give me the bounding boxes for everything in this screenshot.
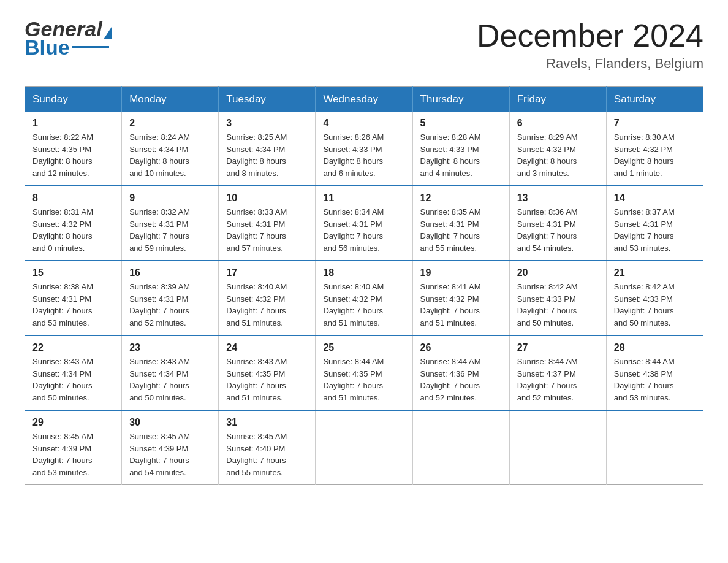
calendar-table: SundayMondayTuesdayWednesdayThursdayFrid… xyxy=(25,86,703,485)
day-info: Sunrise: 8:40 AMSunset: 4:32 PMDaylight:… xyxy=(226,282,287,327)
day-number: 26 xyxy=(420,342,502,353)
day-info: Sunrise: 8:41 AMSunset: 4:32 PMDaylight:… xyxy=(420,282,481,327)
day-info: Sunrise: 8:33 AMSunset: 4:31 PMDaylight:… xyxy=(226,207,287,253)
day-number: 24 xyxy=(226,342,308,353)
day-info: Sunrise: 8:44 AMSunset: 4:38 PMDaylight:… xyxy=(614,357,675,402)
day-info: Sunrise: 8:43 AMSunset: 4:34 PMDaylight:… xyxy=(129,357,190,402)
day-header-sunday: Sunday xyxy=(25,87,122,112)
day-info: Sunrise: 8:43 AMSunset: 4:34 PMDaylight:… xyxy=(32,357,93,402)
day-cell xyxy=(509,410,606,485)
day-number: 28 xyxy=(614,342,696,353)
day-cell: 23 Sunrise: 8:43 AMSunset: 4:34 PMDaylig… xyxy=(122,335,219,410)
day-cell: 25 Sunrise: 8:44 AMSunset: 4:35 PMDaylig… xyxy=(316,335,412,410)
day-header-monday: Monday xyxy=(122,87,219,112)
day-header-saturday: Saturday xyxy=(606,87,703,112)
day-header-friday: Friday xyxy=(509,87,606,112)
day-cell: 16 Sunrise: 8:39 AMSunset: 4:31 PMDaylig… xyxy=(122,261,219,335)
day-number: 20 xyxy=(517,267,599,278)
day-number: 22 xyxy=(32,342,114,353)
day-info: Sunrise: 8:37 AMSunset: 4:31 PMDaylight:… xyxy=(614,207,675,253)
day-info: Sunrise: 8:45 AMSunset: 4:39 PMDaylight:… xyxy=(129,432,190,477)
day-number: 25 xyxy=(323,342,404,353)
day-header-wednesday: Wednesday xyxy=(316,87,412,112)
day-info: Sunrise: 8:45 AMSunset: 4:40 PMDaylight:… xyxy=(226,432,287,477)
day-cell: 20 Sunrise: 8:42 AMSunset: 4:33 PMDaylig… xyxy=(509,261,606,335)
day-cell: 19 Sunrise: 8:41 AMSunset: 4:32 PMDaylig… xyxy=(412,261,509,335)
day-cell: 4 Sunrise: 8:26 AMSunset: 4:33 PMDayligh… xyxy=(316,112,412,186)
day-cell: 17 Sunrise: 8:40 AMSunset: 4:32 PMDaylig… xyxy=(219,261,316,335)
day-number: 14 xyxy=(614,193,696,204)
location-title: Ravels, Flanders, Belgium xyxy=(477,56,703,72)
title-area: December 2024 Ravels, Flanders, Belgium xyxy=(477,18,703,72)
day-number: 2 xyxy=(129,118,211,129)
day-cell xyxy=(606,410,703,485)
day-cell: 28 Sunrise: 8:44 AMSunset: 4:38 PMDaylig… xyxy=(606,335,703,410)
day-info: Sunrise: 8:45 AMSunset: 4:39 PMDaylight:… xyxy=(32,432,93,477)
day-cell: 13 Sunrise: 8:36 AMSunset: 4:31 PMDaylig… xyxy=(509,186,606,261)
day-number: 31 xyxy=(226,417,308,428)
week-row-3: 15 Sunrise: 8:38 AMSunset: 4:31 PMDaylig… xyxy=(25,261,703,335)
logo-blue-text: Blue xyxy=(25,37,70,58)
day-cell: 18 Sunrise: 8:40 AMSunset: 4:32 PMDaylig… xyxy=(316,261,412,335)
day-info: Sunrise: 8:28 AMSunset: 4:33 PMDaylight:… xyxy=(420,132,481,178)
week-row-5: 29 Sunrise: 8:45 AMSunset: 4:39 PMDaylig… xyxy=(25,410,703,485)
day-number: 10 xyxy=(226,193,308,204)
day-info: Sunrise: 8:31 AMSunset: 4:32 PMDaylight:… xyxy=(32,207,93,253)
day-info: Sunrise: 8:30 AMSunset: 4:32 PMDaylight:… xyxy=(614,132,675,178)
day-number: 13 xyxy=(517,193,599,204)
week-row-2: 8 Sunrise: 8:31 AMSunset: 4:32 PMDayligh… xyxy=(25,186,703,261)
day-info: Sunrise: 8:36 AMSunset: 4:31 PMDaylight:… xyxy=(517,207,578,253)
day-info: Sunrise: 8:44 AMSunset: 4:36 PMDaylight:… xyxy=(420,357,481,402)
day-cell: 31 Sunrise: 8:45 AMSunset: 4:40 PMDaylig… xyxy=(219,410,316,485)
day-cell: 7 Sunrise: 8:30 AMSunset: 4:32 PMDayligh… xyxy=(606,112,703,186)
day-cell: 6 Sunrise: 8:29 AMSunset: 4:32 PMDayligh… xyxy=(509,112,606,186)
day-number: 6 xyxy=(517,118,599,129)
day-info: Sunrise: 8:44 AMSunset: 4:37 PMDaylight:… xyxy=(517,357,578,402)
logo: General Blue xyxy=(25,18,112,58)
day-cell: 29 Sunrise: 8:45 AMSunset: 4:39 PMDaylig… xyxy=(25,410,122,485)
day-info: Sunrise: 8:29 AMSunset: 4:32 PMDaylight:… xyxy=(517,132,578,178)
day-info: Sunrise: 8:25 AMSunset: 4:34 PMDaylight:… xyxy=(226,132,287,178)
day-cell xyxy=(412,410,509,485)
day-cell: 10 Sunrise: 8:33 AMSunset: 4:31 PMDaylig… xyxy=(219,186,316,261)
day-number: 8 xyxy=(32,193,114,204)
header-row: SundayMondayTuesdayWednesdayThursdayFrid… xyxy=(25,87,703,112)
day-info: Sunrise: 8:22 AMSunset: 4:35 PMDaylight:… xyxy=(32,132,93,178)
day-header-tuesday: Tuesday xyxy=(219,87,316,112)
header: General Blue December 2024 Ravels, Fland… xyxy=(25,18,703,72)
day-cell: 12 Sunrise: 8:35 AMSunset: 4:31 PMDaylig… xyxy=(412,186,509,261)
day-header-thursday: Thursday xyxy=(412,87,509,112)
day-cell: 21 Sunrise: 8:42 AMSunset: 4:33 PMDaylig… xyxy=(606,261,703,335)
day-cell: 5 Sunrise: 8:28 AMSunset: 4:33 PMDayligh… xyxy=(412,112,509,186)
day-cell: 15 Sunrise: 8:38 AMSunset: 4:31 PMDaylig… xyxy=(25,261,122,335)
day-number: 15 xyxy=(32,267,114,278)
day-number: 3 xyxy=(226,118,308,129)
day-cell: 1 Sunrise: 8:22 AMSunset: 4:35 PMDayligh… xyxy=(25,112,122,186)
day-cell: 3 Sunrise: 8:25 AMSunset: 4:34 PMDayligh… xyxy=(219,112,316,186)
day-cell: 26 Sunrise: 8:44 AMSunset: 4:36 PMDaylig… xyxy=(412,335,509,410)
day-info: Sunrise: 8:26 AMSunset: 4:33 PMDaylight:… xyxy=(323,132,384,178)
day-info: Sunrise: 8:39 AMSunset: 4:31 PMDaylight:… xyxy=(129,282,190,327)
day-number: 30 xyxy=(129,417,211,428)
day-number: 11 xyxy=(323,193,404,204)
day-number: 21 xyxy=(614,267,696,278)
day-cell xyxy=(316,410,412,485)
day-info: Sunrise: 8:42 AMSunset: 4:33 PMDaylight:… xyxy=(517,282,578,327)
day-cell: 11 Sunrise: 8:34 AMSunset: 4:31 PMDaylig… xyxy=(316,186,412,261)
day-info: Sunrise: 8:32 AMSunset: 4:31 PMDaylight:… xyxy=(129,207,190,253)
day-number: 29 xyxy=(32,417,114,428)
day-info: Sunrise: 8:43 AMSunset: 4:35 PMDaylight:… xyxy=(226,357,287,402)
day-info: Sunrise: 8:42 AMSunset: 4:33 PMDaylight:… xyxy=(614,282,675,327)
day-cell: 8 Sunrise: 8:31 AMSunset: 4:32 PMDayligh… xyxy=(25,186,122,261)
day-number: 23 xyxy=(129,342,211,353)
day-cell: 27 Sunrise: 8:44 AMSunset: 4:37 PMDaylig… xyxy=(509,335,606,410)
day-number: 27 xyxy=(517,342,599,353)
day-info: Sunrise: 8:24 AMSunset: 4:34 PMDaylight:… xyxy=(129,132,190,178)
day-number: 17 xyxy=(226,267,308,278)
week-row-4: 22 Sunrise: 8:43 AMSunset: 4:34 PMDaylig… xyxy=(25,335,703,410)
day-number: 7 xyxy=(614,118,696,129)
week-row-1: 1 Sunrise: 8:22 AMSunset: 4:35 PMDayligh… xyxy=(25,112,703,186)
day-cell: 24 Sunrise: 8:43 AMSunset: 4:35 PMDaylig… xyxy=(219,335,316,410)
day-number: 12 xyxy=(420,193,502,204)
day-cell: 2 Sunrise: 8:24 AMSunset: 4:34 PMDayligh… xyxy=(122,112,219,186)
